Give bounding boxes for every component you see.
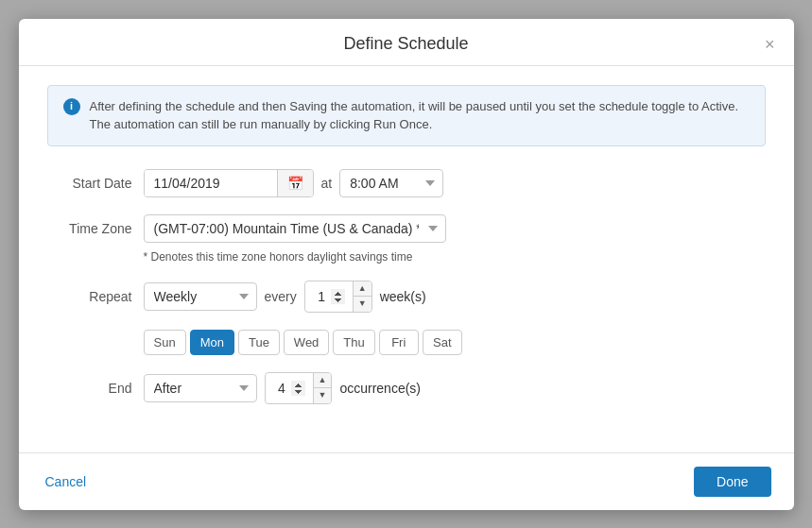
start-date-input-group: 📅	[144, 169, 314, 197]
timezone-label: Time Zone	[47, 221, 132, 236]
start-date-controls: 📅 at 8:00 AM 9:00 AM 10:00 AM	[144, 169, 444, 197]
at-label: at	[321, 176, 333, 191]
cancel-button[interactable]: Cancel	[42, 468, 91, 495]
day-btn-mon[interactable]: Mon	[190, 330, 234, 355]
day-btn-sat[interactable]: Sat	[423, 330, 462, 355]
info-box: i After defining the schedule and then S…	[47, 85, 766, 146]
start-date-input[interactable]	[145, 170, 277, 196]
every-input[interactable]	[305, 283, 353, 310]
info-message: After defining the schedule and then Sav…	[90, 97, 750, 134]
repeat-select[interactable]: Weekly Daily Monthly	[144, 282, 257, 311]
timezone-select[interactable]: (GMT-07:00) Mountain Time (US & Canada) …	[144, 214, 446, 243]
end-label: End	[47, 381, 132, 396]
day-btn-thu[interactable]: Thu	[333, 330, 374, 355]
end-select[interactable]: After On Date Never	[144, 374, 257, 402]
day-btn-sun[interactable]: Sun	[144, 330, 186, 355]
close-button[interactable]: ×	[761, 32, 779, 57]
start-date-row: Start Date 📅 at 8:00 AM 9:00 AM 10:00 AM	[47, 169, 766, 197]
week-label: week(s)	[380, 289, 426, 304]
every-decrement[interactable]: ▼	[354, 297, 371, 312]
day-btn-fri[interactable]: Fri	[379, 330, 419, 355]
daylight-note: * Denotes this time zone honors daylight…	[144, 250, 766, 264]
info-icon: i	[63, 98, 80, 115]
end-row: End After On Date Never ▲ ▼ occurr	[47, 372, 766, 404]
day-btn-wed[interactable]: Wed	[284, 330, 330, 355]
modal-body: i After defining the schedule and then S…	[19, 66, 794, 452]
calendar-icon[interactable]: 📅	[277, 170, 313, 196]
end-controls: After On Date Never ▲ ▼ occurrence(s)	[144, 372, 422, 404]
occurrence-label: occurrence(s)	[339, 381, 421, 396]
days-of-week-row: Sun Mon Tue Wed Thu Fri Sat	[144, 330, 766, 355]
modal-footer: Cancel Done	[19, 452, 794, 510]
every-input-group: ▲ ▼	[304, 281, 372, 313]
time-select[interactable]: 8:00 AM 9:00 AM 10:00 AM	[339, 169, 443, 197]
timezone-controls: (GMT-07:00) Mountain Time (US & Canada) …	[144, 214, 446, 243]
repeat-label: Repeat	[47, 289, 132, 304]
repeat-row: Repeat Weekly Daily Monthly every ▲ ▼	[47, 281, 766, 313]
done-button[interactable]: Done	[694, 467, 770, 497]
every-label: every	[265, 289, 297, 304]
occurrences-input-group: ▲ ▼	[265, 372, 333, 404]
define-schedule-modal: Define Schedule × i After defining the s…	[19, 19, 794, 510]
occurrences-input[interactable]	[266, 375, 313, 401]
every-increment[interactable]: ▲	[354, 281, 371, 297]
timezone-row: Time Zone (GMT-07:00) Mountain Time (US …	[47, 214, 766, 243]
occurrences-decrement[interactable]: ▼	[314, 388, 332, 403]
every-spin-buttons: ▲ ▼	[353, 281, 371, 312]
modal-title: Define Schedule	[343, 34, 468, 53]
modal-overlay: Define Schedule × i After defining the s…	[0, 0, 812, 528]
occurrences-spin-buttons: ▲ ▼	[313, 373, 332, 403]
day-btn-tue[interactable]: Tue	[238, 330, 280, 355]
start-date-label: Start Date	[47, 176, 132, 191]
occurrences-increment[interactable]: ▲	[314, 373, 332, 388]
modal-header: Define Schedule ×	[19, 19, 794, 66]
repeat-controls: Weekly Daily Monthly every ▲ ▼ week(s)	[144, 281, 426, 313]
